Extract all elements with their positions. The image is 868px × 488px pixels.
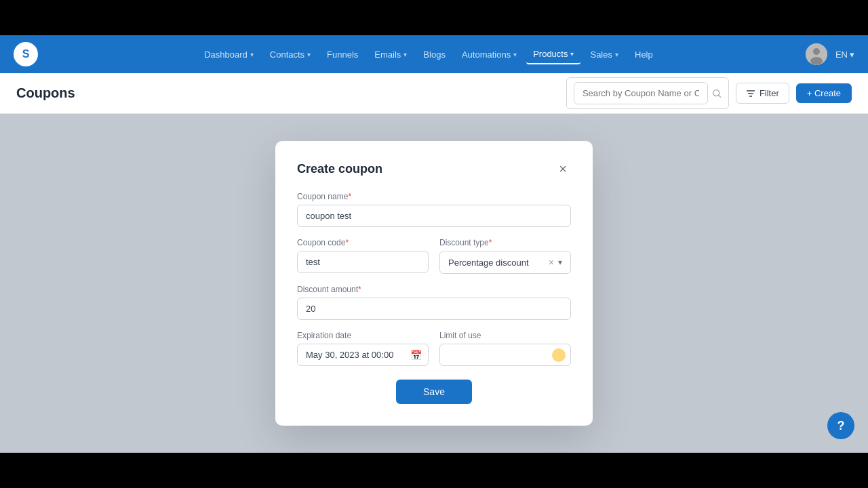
chevron-down-icon: ▾ — [615, 51, 618, 58]
limit-of-use-group: Limit of use — [439, 331, 571, 366]
search-input[interactable] — [574, 82, 708, 104]
modal-title: Create coupon — [297, 162, 382, 176]
coupon-name-label: Coupon name* — [297, 192, 571, 201]
chevron-down-icon: ▾ — [307, 51, 311, 58]
svg-point-1 — [813, 48, 820, 55]
page-title: Coupons — [16, 85, 566, 101]
filter-button[interactable]: Filter — [736, 83, 789, 104]
svg-point-2 — [810, 57, 823, 65]
code-discount-row: Coupon code* Discount type* Percentage d… — [297, 238, 571, 274]
cursor-indicator — [552, 348, 566, 362]
header-actions: Filter + Create — [566, 77, 852, 109]
nav-item-sales[interactable]: Sales ▾ — [583, 45, 625, 64]
modal-close-button[interactable]: × — [555, 160, 571, 178]
limit-of-use-label: Limit of use — [439, 331, 571, 340]
nav-item-dashboard[interactable]: Dashboard ▾ — [197, 45, 260, 64]
nav-item-blogs[interactable]: Blogs — [416, 45, 452, 64]
select-clear-icon[interactable]: × — [549, 257, 554, 268]
nav-item-funnels[interactable]: Funnels — [320, 45, 365, 64]
chevron-down-icon: ▾ — [558, 258, 562, 267]
save-button[interactable]: Save — [396, 380, 472, 404]
calendar-icon: 📅 — [410, 350, 422, 361]
nav-item-help[interactable]: Help — [628, 45, 660, 64]
coupon-code-input[interactable] — [297, 251, 429, 273]
expiration-date-group: Expiration date 📅 — [297, 331, 429, 366]
expiration-date-label: Expiration date — [297, 331, 429, 340]
coupon-name-input[interactable] — [297, 205, 571, 227]
chevron-down-icon: ▾ — [513, 51, 517, 58]
chevron-down-icon: ▾ — [570, 50, 574, 58]
help-button[interactable]: ? — [827, 412, 854, 439]
chevron-down-icon: ▾ — [250, 51, 254, 58]
svg-line-4 — [718, 95, 720, 97]
chevron-down-icon: ▾ — [403, 51, 407, 58]
navbar-right: EN ▾ — [806, 43, 854, 65]
search-icon — [712, 88, 722, 99]
create-button[interactable]: + Create — [796, 83, 852, 103]
modal-overlay[interactable]: Create coupon × Coupon name* Coupon code… — [0, 114, 868, 453]
discount-amount-label: Discount amount* — [297, 285, 571, 294]
modal-footer: Save — [297, 380, 571, 404]
discount-amount-group: Discount amount* — [297, 285, 571, 320]
nav-item-contacts[interactable]: Contacts ▾ — [263, 45, 317, 64]
search-box — [566, 77, 729, 109]
modal-header: Create coupon × — [297, 160, 571, 178]
coupon-name-group: Coupon name* — [297, 192, 571, 227]
date-limit-row: Expiration date 📅 Limit of use — [297, 331, 571, 366]
create-coupon-modal: Create coupon × Coupon name* Coupon code… — [275, 141, 593, 426]
expiration-date-input[interactable] — [297, 344, 429, 366]
discount-type-label: Discount type* — [439, 238, 571, 247]
app-logo[interactable]: S — [14, 42, 38, 66]
filter-icon — [746, 89, 755, 98]
coupon-code-group: Coupon code* — [297, 238, 429, 274]
nav-item-automations[interactable]: Automations ▾ — [455, 45, 524, 64]
page-header: Coupons Filter + Create — [0, 73, 868, 114]
limit-of-use-input[interactable] — [439, 344, 571, 366]
nav-item-products[interactable]: Products ▾ — [526, 45, 580, 64]
nav-menu: Dashboard ▾ Contacts ▾ Funnels Emails ▾ … — [52, 45, 806, 64]
navbar: S Dashboard ▾ Contacts ▾ Funnels Emails … — [0, 35, 868, 73]
nav-item-emails[interactable]: Emails ▾ — [368, 45, 414, 64]
coupon-code-label: Coupon code* — [297, 238, 429, 247]
chevron-down-icon: ▾ — [850, 49, 854, 60]
main-content: Create coupon × Coupon name* Coupon code… — [0, 114, 868, 453]
discount-type-select[interactable]: Percentage discount × ▾ — [439, 251, 571, 274]
language-selector[interactable]: EN ▾ — [835, 49, 854, 60]
discount-amount-input[interactable] — [297, 298, 571, 320]
avatar[interactable] — [806, 43, 827, 65]
discount-type-group: Discount type* Percentage discount × ▾ — [439, 238, 571, 274]
